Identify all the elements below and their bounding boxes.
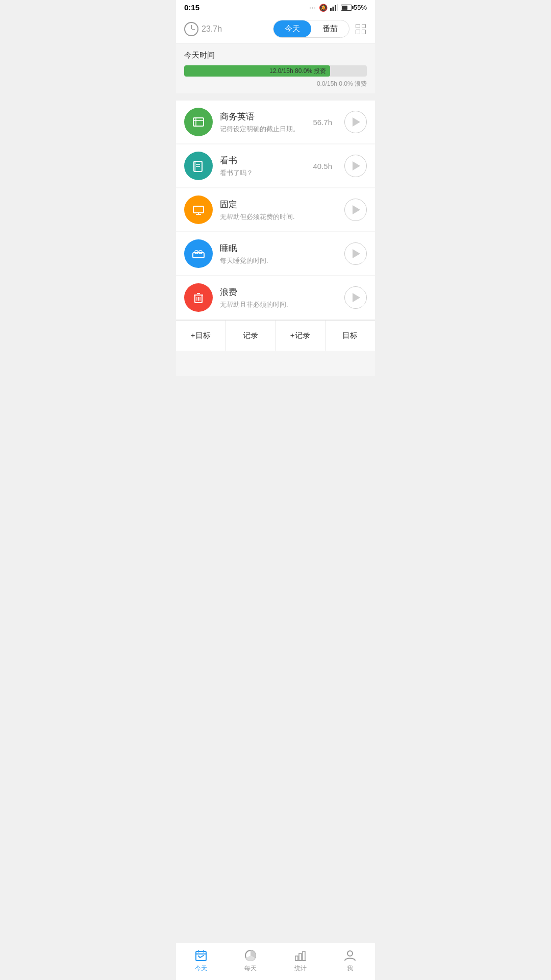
spacer bbox=[176, 351, 375, 376]
task-name-shuimian: 睡眠 bbox=[220, 242, 325, 254]
task-icon-shang bbox=[184, 108, 213, 136]
play-button-guding[interactable] bbox=[344, 199, 367, 221]
invest-bar-label: 12.0/15h 80.0% 投资 bbox=[269, 67, 326, 76]
play-button-shuimian[interactable] bbox=[344, 242, 367, 265]
action-row: +目标 记录 +记录 目标 bbox=[176, 320, 375, 351]
task-info-shang: 商务英语 记得设定明确的截止日期。 bbox=[220, 111, 306, 134]
tab-today[interactable]: 今天 bbox=[273, 20, 311, 37]
task-icon-shuimian bbox=[184, 239, 213, 268]
play-triangle-icon bbox=[353, 161, 360, 170]
task-desc-kanshu: 看书了吗？ bbox=[220, 168, 306, 178]
invest-progress-bar: 12.0/15h 80.0% 投资 bbox=[184, 65, 367, 77]
task-list: 商务英语 记得设定明确的截止日期。 56.7h 看书 看书了吗？ 40.5h bbox=[176, 101, 375, 351]
task-info-kanshu: 看书 看书了吗？ bbox=[220, 155, 306, 178]
task-icon-kanshu bbox=[184, 152, 213, 180]
task-desc-guding: 无帮助但必须花费的时间. bbox=[220, 212, 325, 222]
task-desc-langfei: 无帮助且非必须的时间. bbox=[220, 300, 325, 309]
task-desc-shang: 记得设定明确的截止日期。 bbox=[220, 125, 306, 134]
task-name-langfei: 浪费 bbox=[220, 286, 325, 298]
section-title: 今天时间 bbox=[184, 51, 367, 60]
task-item: 睡眠 每天睡觉的时间. bbox=[176, 232, 375, 275]
clock-icon bbox=[184, 22, 198, 36]
goal-button[interactable]: 目标 bbox=[325, 321, 375, 351]
signal-bars-icon bbox=[330, 4, 338, 11]
battery-percentage: 55% bbox=[354, 4, 367, 11]
clock-area: 23.7h bbox=[184, 22, 268, 36]
play-triangle-icon bbox=[353, 293, 360, 302]
task-name-guding: 固定 bbox=[220, 199, 325, 210]
play-button-kanshu[interactable] bbox=[344, 155, 367, 177]
record-button[interactable]: 记录 bbox=[226, 321, 276, 351]
task-item: 浪费 无帮助且非必须的时间. bbox=[176, 276, 375, 319]
svg-rect-10 bbox=[194, 161, 196, 172]
add-goal-button[interactable]: +目标 bbox=[176, 321, 226, 351]
grid-icon[interactable] bbox=[355, 23, 367, 35]
task-item: 看书 看书了吗？ 40.5h bbox=[176, 144, 375, 187]
status-right: ··· 🔕 55% bbox=[309, 4, 367, 12]
tab-switcher[interactable]: 今天 番茄 bbox=[273, 20, 349, 38]
status-bar: 0:15 ··· 🔕 55% bbox=[176, 0, 375, 15]
invest-progress-fill: 12.0/15h 80.0% 投资 bbox=[184, 65, 330, 77]
task-info-langfei: 浪费 无帮助且非必须的时间. bbox=[220, 286, 325, 309]
header: 23.7h 今天 番茄 bbox=[176, 15, 375, 43]
task-icon-guding bbox=[184, 195, 213, 224]
play-button-shang[interactable] bbox=[344, 111, 367, 133]
svg-rect-3 bbox=[337, 4, 338, 11]
signal-dots-icon: ··· bbox=[309, 4, 316, 11]
task-time-kanshu: 40.5h bbox=[313, 162, 332, 170]
svg-rect-14 bbox=[193, 253, 204, 258]
task-item: 商务英语 记得设定明确的截止日期。 56.7h bbox=[176, 101, 375, 143]
total-time: 23.7h bbox=[202, 24, 222, 34]
task-time-shang: 56.7h bbox=[313, 118, 332, 127]
task-name-kanshu: 看书 bbox=[220, 155, 306, 166]
play-triangle-icon bbox=[353, 117, 360, 127]
today-section: 今天时间 12.0/15h 80.0% 投资 0.0/15h 0.0% 浪费 bbox=[176, 43, 375, 93]
task-info-shuimian: 睡眠 每天睡觉的时间. bbox=[220, 242, 325, 265]
play-triangle-icon bbox=[353, 205, 360, 214]
play-button-langfei[interactable] bbox=[344, 286, 367, 309]
task-name-shang: 商务英语 bbox=[220, 111, 306, 122]
add-record-button[interactable]: +记录 bbox=[276, 321, 325, 351]
battery-indicator: 55% bbox=[341, 4, 367, 11]
waste-label: 0.0/15h 0.0% 浪费 bbox=[184, 80, 367, 88]
task-desc-shuimian: 每天睡觉的时间. bbox=[220, 256, 325, 265]
tab-tomato[interactable]: 番茄 bbox=[311, 20, 349, 37]
play-triangle-icon bbox=[353, 249, 360, 258]
svg-rect-1 bbox=[332, 7, 334, 11]
svg-rect-0 bbox=[330, 8, 332, 11]
task-item: 固定 无帮助但必须花费的时间. bbox=[176, 188, 375, 231]
svg-rect-4 bbox=[193, 118, 204, 126]
svg-rect-2 bbox=[335, 5, 336, 11]
task-info-guding: 固定 无帮助但必须花费的时间. bbox=[220, 199, 325, 222]
task-icon-langfei bbox=[184, 283, 213, 312]
status-time: 0:15 bbox=[184, 3, 199, 12]
svg-rect-11 bbox=[193, 206, 204, 213]
mute-icon: 🔕 bbox=[319, 4, 328, 12]
